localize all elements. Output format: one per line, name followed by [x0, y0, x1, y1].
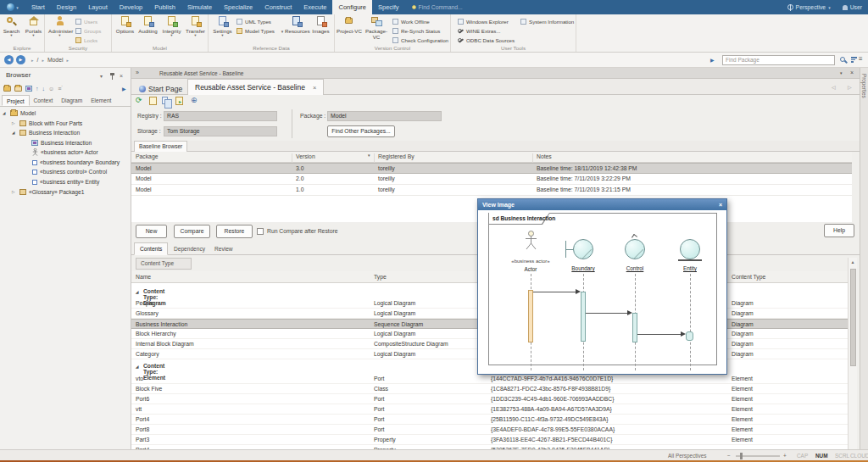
tab-baseline-browser[interactable]: Baseline Browser	[134, 141, 187, 152]
integrity-button[interactable]: Integrity▾	[160, 16, 183, 36]
expanded-icon[interactable]: ◢	[3, 111, 8, 115]
zoom-slider-thumb[interactable]	[740, 453, 743, 459]
list-menu-icon[interactable]: ≡˙	[58, 86, 63, 92]
transfer-button[interactable]: Transfer▾	[184, 16, 207, 36]
move-down-icon[interactable]: ↓	[42, 86, 46, 92]
collapsed-icon[interactable]: ▷	[12, 121, 17, 125]
perspective-menu[interactable]: Perspective ▾	[782, 0, 837, 14]
ribbon-tab-execute[interactable]: Execute	[298, 0, 332, 14]
registry-globe-icon[interactable]: ⊕	[191, 96, 198, 104]
refresh-icon[interactable]: ⟳	[136, 96, 142, 104]
col-name[interactable]: Name	[136, 274, 151, 280]
properties-tab[interactable]: Properties	[861, 74, 867, 98]
ribbon-tab-specify[interactable]: Specify	[372, 0, 405, 14]
tree-item-entity[interactable]: «business entity» Entity	[0, 177, 99, 186]
close-icon[interactable]: ×	[850, 70, 854, 75]
content-row[interactable]: vtoPort{144CC7AD-9FF2-4b7d-A416-94676C0D…	[131, 374, 852, 384]
tree-item-business-interaction-pkg[interactable]: ◢ Business Interaction	[0, 128, 80, 137]
new-package-icon[interactable]	[3, 86, 11, 92]
pin-icon[interactable]	[110, 73, 114, 80]
ribbon-tab-layout[interactable]: Layout	[82, 0, 114, 14]
content-row[interactable]: Port8Port{3E4ADEF0-BDAF-4c78-99E5-55FE03…	[131, 425, 852, 435]
content-row[interactable]: Port4Port{25B11590-C11C-4f3a-9732-49DC54…	[131, 415, 852, 425]
col-version[interactable]: Version	[296, 153, 315, 159]
tree-item-business-interaction-diagram[interactable]: Business Interaction	[0, 138, 92, 148]
tree-item-actor[interactable]: «business actor» Actor	[0, 148, 98, 157]
run-compare-checkbox[interactable]	[257, 228, 264, 235]
app-menu-button[interactable]: ▾	[0, 0, 25, 14]
ribbon-tab-publish[interactable]: Publish	[148, 0, 181, 14]
administer-button[interactable]: Administer▾	[48, 16, 71, 36]
tree-item-control[interactable]: «business control» Control	[0, 167, 107, 176]
find-other-packages-button[interactable]: Find Other Packages...	[327, 125, 395, 137]
storage-field[interactable]: Tom Storage	[164, 126, 277, 136]
nav-back-button[interactable]: ◀	[4, 55, 14, 64]
col-package[interactable]: Package	[136, 153, 158, 159]
expanded-icon[interactable]: ◢	[12, 131, 17, 135]
content-type-filter[interactable]: Content Type	[136, 258, 192, 270]
tree-item-glossary-package1[interactable]: ▷ «Glossary» Package1	[0, 187, 84, 197]
chevrons-icon[interactable]: »	[136, 70, 139, 75]
auditing-button[interactable]: Auditing	[136, 16, 159, 34]
model-types-button[interactable]: Model Types ▾	[236, 26, 283, 36]
registry-field[interactable]: RAS	[164, 111, 277, 121]
scroll-up-icon[interactable]: ▲	[849, 258, 857, 267]
ribbon-tab-develop[interactable]: Develop	[114, 0, 149, 14]
tab-start-page[interactable]: Start Page	[134, 82, 187, 95]
copy-icon[interactable]	[162, 97, 168, 104]
hamburger-menu-icon[interactable]: ≡	[859, 55, 863, 63]
nav-forward-button[interactable]: ▶	[16, 55, 25, 64]
tab-reusable-asset-service[interactable]: Reusable Asset Service - Baseline ×	[187, 79, 324, 95]
tab-context[interactable]: Context	[30, 95, 58, 106]
groups-button[interactable]: Groups	[75, 26, 101, 36]
new-button[interactable]: New	[136, 225, 167, 238]
close-icon[interactable]: ×	[719, 202, 722, 208]
collapsed-icon[interactable]: ▷	[12, 190, 17, 194]
images-button[interactable]: Images	[309, 16, 332, 34]
sort-down-icon[interactable]: ▼	[367, 153, 370, 158]
close-icon[interactable]: ×	[313, 84, 316, 92]
expand-panel-icon[interactable]: ▶	[122, 86, 126, 92]
new-diagram-icon[interactable]	[25, 86, 32, 92]
dialog-title-bar[interactable]: View Image ×	[478, 199, 726, 210]
system-information-button[interactable]: System Information	[520, 17, 574, 26]
content-row[interactable]: Block FiveClass{1C8A8271-FDC2-43bc-8576-…	[131, 384, 852, 394]
baseline-row[interactable]: Model 2.0 toreilly Baseline time: 7/11/2…	[131, 174, 852, 185]
ribbon-tab-construct[interactable]: Construct	[259, 0, 298, 14]
ribbon-tab-design[interactable]: Design	[51, 0, 82, 14]
tab-project[interactable]: Project	[2, 95, 30, 106]
tab-review[interactable]: Review	[209, 243, 238, 255]
help-button[interactable]: Help	[824, 224, 854, 237]
col-notes[interactable]: Notes	[537, 153, 552, 159]
ribbon-tab-start[interactable]: Start	[25, 0, 51, 14]
work-offline-button[interactable]: Work Offline	[392, 17, 448, 26]
search-button[interactable]: Search▾	[0, 16, 23, 36]
resources-button[interactable]: Resources	[285, 16, 308, 34]
project-vc-button[interactable]: Project-VC	[337, 16, 362, 34]
breadcrumb[interactable]: ▸ / ▸ Model ▸	[31, 57, 69, 63]
baseline-row-selected[interactable]: Model 3.0 toreilly Baseline time: 18/11/…	[131, 163, 852, 174]
ribbon-tab-specialize[interactable]: Specialize	[218, 0, 259, 14]
search-icon[interactable]	[840, 57, 845, 62]
find-package-input[interactable]: Find Package	[722, 55, 835, 65]
resynch-status-button[interactable]: Re-Synch Status	[392, 26, 448, 36]
zoom-out-icon[interactable]: −	[727, 453, 731, 459]
move-up-icon[interactable]: ↑	[36, 86, 39, 92]
tree-item-model[interactable]: ◢ Model	[0, 109, 36, 118]
odbc-data-sources-button[interactable]: ODBC Data Sources	[458, 36, 515, 45]
chevron-down-icon[interactable]: ▾	[840, 70, 843, 75]
baseline-row[interactable]: Model 1.0 toreilly Baseline time: 7/11/2…	[131, 185, 852, 196]
tab-contents[interactable]: Contents	[134, 242, 168, 255]
col-content-type[interactable]: Content Type	[732, 274, 765, 280]
uml-types-button[interactable]: UML Types	[236, 17, 283, 26]
scrollbar-thumb[interactable]	[850, 269, 856, 366]
user-menu[interactable]: User	[837, 0, 868, 14]
new-document-icon[interactable]	[149, 97, 157, 105]
tab-scroll-right-icon[interactable]: ▷	[848, 84, 852, 90]
restore-button[interactable]: Restore	[216, 225, 253, 238]
open-package-icon[interactable]	[14, 86, 22, 92]
zoom-in-icon[interactable]: +	[783, 453, 787, 459]
expand-right-icon[interactable]: ▶	[710, 57, 715, 63]
compare-button[interactable]: Compare	[174, 225, 210, 238]
package-vc-button[interactable]: Package-VC	[363, 16, 390, 41]
